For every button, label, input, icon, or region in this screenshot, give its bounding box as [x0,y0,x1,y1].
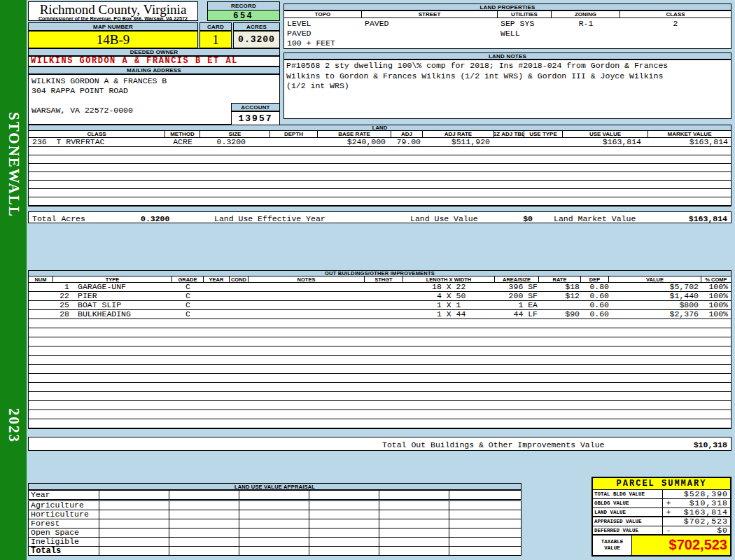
mailing-address-box: WILKINS GORDON A & FRANCES B304 RAPPA PO… [28,74,280,125]
out-buildings-row: 22PIERC 4 X 50200 SF$120.60$1,440100% [29,292,731,301]
land-notes-line: Wilkins to Gordon & Frances Wilkins (1/2… [286,71,729,82]
land-cell-class: 236 T RVRFRTAC [29,138,165,146]
lua-cell [379,538,449,546]
parcel-summary-label: DEFERRED VALUE [593,526,663,534]
out-buildings-cell-length-x-width: 1 X 1 [403,301,495,309]
map-number-value: 14B-9 [28,31,198,48]
property-record-card: STONEWALL 2023 Richmond County, Virginia… [0,0,735,560]
land-cell-adj-rate: $511,920 [423,138,494,146]
lua-cell [379,501,449,510]
land-col-base-rate: BASE RATE [318,131,391,137]
land-use-appraisal-row: Forest [28,519,522,528]
empty-row [29,392,731,401]
land-use-appraisal-row: Horticulture [28,510,522,519]
out-buildings-title: OUT BUILDINGS/OTHER IMPROVEMENTS [28,270,732,276]
land-properties-cell-topo: LEVEL [284,19,362,29]
land-col-method: METHOD [165,131,200,137]
out-buildings-cell-rate: $90 [539,310,581,318]
land-cell-use-type [524,138,563,146]
land-properties-columns: TOPOSTREETUTILITIESZONINGCLASS [284,10,732,18]
lua-cell [379,528,449,537]
lua-cell [169,528,239,537]
out-buildings-cell-year [204,301,230,309]
parcel-summary-operator: - [663,526,674,534]
empty-row [29,401,731,410]
land-properties-cell-zoning [552,38,620,48]
lua-cell [239,501,309,510]
land-use-appraisal-rows: AgricultureHorticultureForestOpen SpaceI… [28,501,522,556]
land-market-value-label: Land Market Value [554,214,636,223]
lua-cell [449,491,519,499]
land-properties-cell-zoning [552,29,620,38]
empty-row [29,337,731,346]
lua-cell [169,538,239,546]
out-buildings-col-grade: GRADE [172,276,204,282]
total-acres-value: 0.3200 [141,214,169,223]
land-notes-line: P#10568 2 sty dwelling 100\% comp for 20… [286,61,729,71]
card-value: 1 [200,31,232,48]
lua-cell [379,547,449,555]
land-properties-col-zoning: ZONING [552,11,620,18]
out-buildings-cell-num: 1 [29,283,69,291]
parcel-summary-value: $10,318 [674,499,730,507]
out-buildings-cell-sthgt [365,283,403,291]
land-notes-line: (1/2 int WRS) [286,81,729,92]
out-buildings-cell-length-x-width: 18 X 22 [403,283,495,291]
out-buildings-cell-grade: C [172,292,204,300]
land-properties-cell-utilities [498,38,552,48]
land-notes-title: LAND NOTES [284,52,732,59]
district-label: STONEWALL [5,112,22,218]
out-buildings-col-length-x-width: LENGTH X WIDTH [403,276,495,282]
lua-cell [169,510,239,519]
out-buildings-row: 1GARAGE-UNFC18 X 22396 SF$180.80$5,70210… [29,283,731,292]
district-sidebar: STONEWALL 2023 [0,0,27,560]
lua-cell [239,519,309,528]
out-buildings-col-rate: RATE [539,276,581,282]
land-properties-cell-street [362,38,498,48]
land-cell-sz-adj-tbl [494,138,524,146]
taxable-value: $702,523 [632,536,730,555]
lua-cell [169,491,239,499]
card-header: CARD [200,22,232,31]
land-table-body: 236 T RVRFRTACACRE0.3200$240,00079.00$51… [28,138,732,206]
out-buildings-col-value: VALUE [609,276,701,282]
parcel-summary-value: $163,814 [674,508,730,516]
land-col-adj: ADJ [391,131,423,137]
out-buildings-cell-cond [230,283,248,291]
map-number-header: MAP NUMBER [28,22,198,31]
out-buildings-columns: NUMTYPEGRADEYEARCONDNOTESSTHGTLENGTH X W… [28,276,732,283]
out-buildings-cell-notes [248,283,365,291]
mailing-line: WILKINS GORDON A & FRANCES B [31,76,279,86]
land-table-columns: CLASSMETHODSIZEDEPTHBASE RATEADJADJ RATE… [28,131,732,138]
account-header: ACCOUNT [231,103,280,111]
out-buildings-cell-rate: $18 [539,283,581,291]
empty-row [29,172,731,181]
lua-cell [239,510,309,519]
out-buildings-cell-sthgt [365,310,403,318]
out-buildings-cell-cond [230,301,248,309]
land-col-use-value: USE VALUE [563,131,648,137]
empty-row [29,374,731,383]
mailing-address-header: MAILING ADDRESS [28,66,280,74]
out-buildings-cell-pct-comp: 100% [701,310,731,318]
out-buildings-col-dep: DEP [581,276,609,282]
land-properties-cell-street [362,29,498,38]
out-buildings-col-num: NUM [29,276,53,282]
land-use-effective-year-label: Land Use Effective Year [214,214,326,223]
empty-row [29,181,731,189]
out-buildings-cell-cond [230,310,248,318]
out-buildings-cell-notes [248,310,365,318]
parcel-summary-label: TOTAL BLDG VALUE [593,490,663,498]
land-properties-row: PAVEDWELL [284,29,731,38]
out-buildings-cell-sthgt [365,292,403,300]
empty-row [29,419,731,428]
parcel-summary-operator: + [663,499,674,507]
parcel-summary: PARCEL SUMMARY TOTAL BLDG VALUE$528,390O… [592,477,732,556]
county-title: Richmond County, Virginia [29,3,197,16]
lua-label-horticulture: Horticulture [29,510,99,519]
account-value: 13957 [231,111,280,125]
empty-row [29,189,731,197]
out-buildings-cell-value: $2,376 [609,310,701,318]
out-buildings-cell-value: $1,440 [609,292,701,300]
lua-cell [239,528,309,537]
